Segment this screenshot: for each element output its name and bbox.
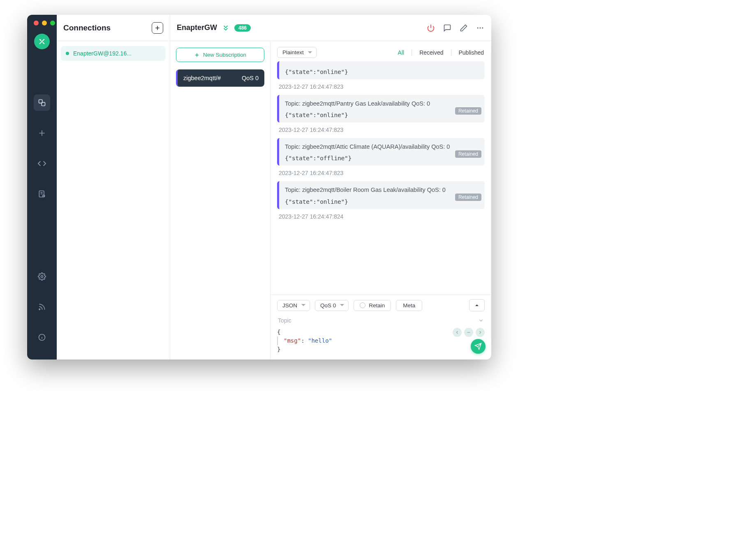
topic-input[interactable]: Topic [277, 316, 485, 325]
tab-received[interactable]: Received [419, 49, 444, 56]
publish-qos-value: QoS 0 [320, 302, 336, 309]
format-value: Plaintext [282, 49, 304, 55]
editor-text: } [277, 346, 280, 353]
app-logo [34, 34, 50, 49]
nav-scripts[interactable] [34, 155, 50, 172]
subscription-topic: zigbee2mqtt/# [183, 75, 221, 81]
maximize-window-button[interactable] [50, 21, 55, 25]
publish-format-value: JSON [282, 302, 297, 309]
message-list[interactable]: {"state":"online"}2023-12-27 16:24:47:82… [271, 60, 491, 295]
publish-format-select[interactable]: JSON [277, 300, 310, 311]
connections-panel: Connections EnapterGW@192.16... [57, 15, 170, 360]
retained-badge: Retained [455, 194, 481, 201]
svg-point-8 [480, 27, 481, 28]
retain-label: Retain [369, 302, 385, 309]
nav-settings[interactable] [34, 268, 50, 285]
message-payload: {"state":"offline"} [285, 155, 479, 161]
svg-point-9 [482, 27, 483, 28]
svg-point-3 [43, 195, 45, 197]
message-item[interactable]: Topic: zigbee2mqtt/Pantry Gas Leak/avail… [277, 95, 485, 122]
meta-button[interactable]: Meta [396, 300, 422, 311]
tab-published[interactable]: Published [458, 49, 485, 56]
disconnect-button[interactable] [426, 23, 435, 32]
window-controls [34, 21, 55, 25]
filter-bar: Plaintext All Received Published [271, 41, 491, 60]
subscription-item[interactable]: zigbee2mqtt/# QoS 0 [176, 69, 264, 87]
radio-icon [360, 302, 365, 308]
nav-logs[interactable] [34, 186, 50, 202]
retain-toggle[interactable]: Retain [354, 300, 391, 311]
collapse-button[interactable] [469, 299, 485, 311]
send-button[interactable] [471, 339, 486, 354]
message-topic: Topic: zigbee2mqtt/Attic Climate (AQUARA… [285, 142, 479, 152]
editor-key: "msg" [284, 337, 301, 344]
close-window-button[interactable] [34, 21, 39, 25]
nav-new[interactable] [34, 125, 50, 141]
new-subscription-button[interactable]: New Subscription [176, 48, 264, 62]
connection-title: EnapterGW [177, 23, 217, 32]
message-payload: {"state":"online"} [285, 112, 479, 118]
editor-value: "hello" [308, 337, 332, 344]
payload-editor[interactable]: { "msg": "hello" } [277, 328, 485, 354]
main-header: EnapterGW 486 [170, 15, 491, 41]
tab-all[interactable]: All [397, 49, 405, 56]
connection-label: EnapterGW@192.16... [73, 50, 132, 57]
connections-title: Connections [63, 23, 111, 32]
more-icon[interactable] [476, 23, 485, 32]
retained-badge: Retained [455, 107, 481, 115]
history-clear-button[interactable] [464, 328, 473, 337]
subscriptions-panel: New Subscription zigbee2mqtt/# QoS 0 [170, 41, 271, 360]
edit-icon[interactable] [459, 23, 468, 32]
message-count-badge: 486 [234, 24, 251, 32]
format-select[interactable]: Plaintext [277, 47, 317, 58]
message-payload: {"state":"online"} [285, 69, 479, 75]
minimize-window-button[interactable] [42, 21, 47, 25]
message-time: 2023-12-27 16:24:47:823 [279, 83, 485, 90]
svg-point-5 [39, 309, 40, 310]
chat-icon[interactable] [443, 23, 452, 32]
nav-info[interactable] [34, 329, 50, 346]
svg-point-4 [41, 276, 43, 278]
message-item[interactable]: Topic: zigbee2mqtt/Boiler Room Gas Leak/… [277, 181, 485, 209]
meta-label: Meta [403, 302, 415, 309]
connection-item[interactable]: EnapterGW@192.16... [61, 46, 166, 61]
editor-text: { [277, 329, 280, 335]
topic-placeholder: Topic [278, 317, 291, 324]
svg-point-7 [477, 27, 479, 28]
retained-badge: Retained [455, 150, 481, 158]
divider [412, 49, 412, 56]
message-topic: Topic: zigbee2mqtt/Boiler Room Gas Leak/… [285, 185, 479, 195]
add-connection-button[interactable] [152, 22, 163, 34]
publish-panel: JSON QoS 0 Retain Meta [271, 295, 491, 360]
expand-button[interactable] [222, 24, 229, 32]
message-payload: {"state":"online"} [285, 198, 479, 205]
nav-feed[interactable] [34, 299, 50, 315]
message-time: 2023-12-27 16:24:47:824 [279, 213, 485, 220]
message-topic: Topic: zigbee2mqtt/Pantry Gas Leak/avail… [285, 99, 479, 108]
nav-rail [27, 15, 57, 360]
message-item[interactable]: Topic: zigbee2mqtt/Attic Climate (AQUARA… [277, 138, 485, 166]
message-item[interactable]: {"state":"online"} [277, 61, 485, 79]
divider [451, 49, 451, 56]
nav-connections[interactable] [34, 94, 50, 111]
new-subscription-label: New Subscription [203, 52, 246, 58]
history-next-button[interactable] [476, 328, 485, 337]
history-prev-button[interactable] [453, 328, 462, 337]
status-dot-icon [66, 52, 69, 55]
subscription-qos: QoS 0 [242, 75, 259, 81]
message-time: 2023-12-27 16:24:47:823 [279, 170, 485, 176]
publish-qos-select[interactable]: QoS 0 [315, 300, 349, 311]
message-time: 2023-12-27 16:24:47:823 [279, 127, 485, 133]
